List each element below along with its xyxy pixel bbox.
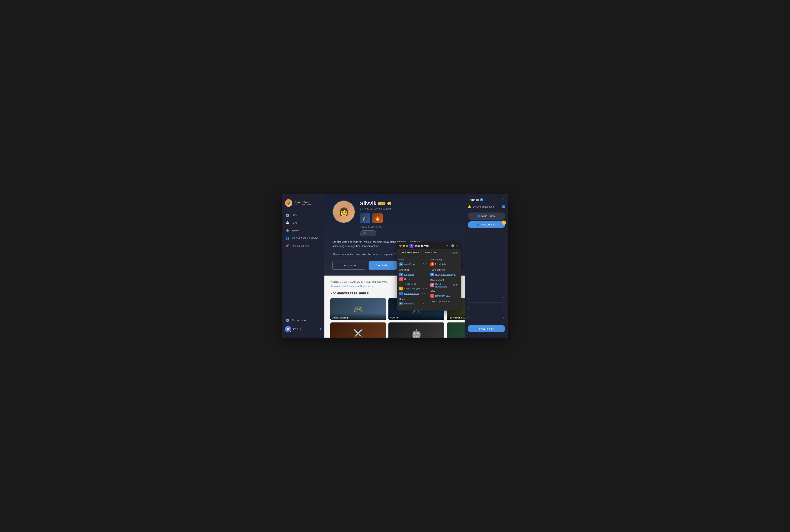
platform-epic[interactable]: F xyxy=(369,230,376,236)
gtm-icon: G xyxy=(430,272,434,276)
analytics-hotjar: H Hotjar xyxy=(399,277,427,281)
section-dots-1[interactable]: ⋮ xyxy=(502,297,505,301)
tab-more-info[interactable]: MORE INFO xyxy=(422,249,442,256)
connect-button[interactable]: Verbinden xyxy=(369,261,397,270)
platform-xbox[interactable]: 🎮 xyxy=(360,230,369,236)
blogs-wordpress: W WordPress 6.3.1 xyxy=(399,302,427,305)
game-card-death-stranding[interactable]: 🎮 Death Stranding xyxy=(330,298,386,320)
styled-link[interactable]: styled-components xyxy=(435,283,451,287)
category-blogs: Blogs W WordPress 6.3.1 xyxy=(399,298,427,305)
new-group-button[interactable]: 👥 Neue Gruppe xyxy=(468,212,505,220)
category-tag-managers: Tag managers G Google Tag Manager xyxy=(430,269,458,276)
logo-icon: 🌳 xyxy=(285,199,292,207)
export-button[interactable]: ⬇ Export xyxy=(447,249,461,256)
user-avatar: D 7 xyxy=(285,326,291,332)
panel-toggle-chevron[interactable]: ‹ xyxy=(461,263,465,269)
nav-settings[interactable]: ⚙️ Einstellungen xyxy=(282,317,324,324)
ga-link[interactable]: Google Analytics xyxy=(404,287,421,290)
wappalyzer-logo: W xyxy=(409,244,413,248)
fb-link[interactable]: Facebook Pixel xyxy=(404,292,419,294)
notifications-label: Benachrichtigungen xyxy=(473,205,500,208)
wappalyzer-title: Wappalyzer xyxy=(415,244,445,247)
wordpress-icon: W xyxy=(399,262,403,266)
game-card-unknown1[interactable]: 🤖 xyxy=(388,322,444,338)
wordpress-link[interactable]: WordPress xyxy=(404,263,415,265)
notifications-badge: 2 xyxy=(502,205,505,208)
skip-button[interactable]: Überspringen xyxy=(332,261,365,270)
nav-memberships[interactable]: 🚀 Mitgliedschaften xyxy=(282,242,324,249)
nav-games[interactable]: 🕹 Spiele xyxy=(282,227,324,234)
dev-styled: S styled-components 5.3.11 xyxy=(430,283,458,287)
seo-rankmath: R RankMath SEO xyxy=(430,294,458,298)
eye-icon[interactable]: 👁 xyxy=(446,244,449,247)
invite-btn-2[interactable]: Invite Friends xyxy=(468,325,505,332)
bell-icon: 🔔 xyxy=(468,205,471,208)
analytics-title: Analytics xyxy=(399,269,427,271)
game-label-valheim: Valheim xyxy=(388,313,444,320)
tab-technologies[interactable]: TECHNOLOGIES xyxy=(397,249,422,256)
hotjar-link[interactable]: Hotjar xyxy=(404,278,410,280)
blogs-title: Blogs xyxy=(399,298,427,300)
maximize-button[interactable] xyxy=(406,245,408,247)
nav-feed[interactable]: 💬 Feed xyxy=(282,219,324,227)
rankmath-link[interactable]: RankMath SEO xyxy=(435,294,450,297)
wappalyzer-tabs: TECHNOLOGIES MORE INFO ⬇ Export xyxy=(397,249,461,256)
analytics-fb: f Facebook Pixel 2.9.162 xyxy=(399,292,427,295)
invite-icon: 👥 xyxy=(477,223,480,226)
category-advertising: Advertising R Reddit Ads xyxy=(430,259,458,266)
nav-lfg[interactable]: ⚙️ LFG xyxy=(282,211,324,219)
memberships-icon: 🚀 xyxy=(286,244,289,247)
seo-title: SEO xyxy=(430,290,458,292)
category-development: Development S styled-components 5.3.11 xyxy=(430,279,458,287)
export-icon: ⬇ xyxy=(449,251,451,254)
user-online-dot xyxy=(320,328,321,330)
profile-emoji: 😊 xyxy=(387,202,391,206)
tag-managers-title: Tag managers xyxy=(430,269,458,271)
current-user[interactable]: D 7 D36u9 xyxy=(282,324,324,335)
browse-icon: 👥 xyxy=(286,236,289,240)
notifications-row[interactable]: 🔔 Benachrichtigungen 2 xyxy=(468,204,505,210)
invite-friends-button[interactable]: 👥 Invite Friends 🪙 xyxy=(468,221,505,228)
games-icon: 🕹 xyxy=(286,229,289,232)
wappalyzer-popup: W Wappalyzer 👁 ⚙️ ✕ TECHNOLOGIES MORE IN… xyxy=(397,242,461,310)
friends-tab-label: Freunde xyxy=(468,198,479,202)
close-button[interactable] xyxy=(399,245,402,247)
nav-browse[interactable]: 👥 Durchsuchen Sie Spieler xyxy=(282,234,324,242)
close-icon[interactable]: ✕ xyxy=(456,244,458,247)
section-dots-2[interactable]: ⋮ xyxy=(502,306,505,310)
panel-options[interactable]: ⋮ xyxy=(502,197,505,202)
profile-name: Silvvik xyxy=(360,201,376,207)
blog-wp-link[interactable]: WordPress xyxy=(404,302,415,305)
logo-tagline: FIND YOUR TRIBE xyxy=(294,204,311,206)
reddit-link[interactable]: Reddit Ads xyxy=(435,263,446,265)
minimize-button[interactable] xyxy=(403,245,405,247)
tiktok-link[interactable]: TikTok Pixel xyxy=(404,283,416,285)
feed-icon: 💬 xyxy=(286,221,289,225)
section-dots-3[interactable]: ⋮ xyxy=(502,315,505,320)
reddit-icon: R xyxy=(430,262,434,266)
tagmanager-gtm: G Google Tag Manager xyxy=(430,272,458,276)
game-card-metin[interactable]: ⚔️ Metin2 xyxy=(330,322,386,338)
tiktok-icon: T xyxy=(399,282,403,286)
advertising-reddit: R Reddit Ads xyxy=(430,262,458,266)
blog-wp-icon: W xyxy=(399,302,403,305)
achievement-badge-1: 🎓 xyxy=(360,213,370,223)
gear-icon[interactable]: ⚙️ xyxy=(451,244,454,247)
coin-badge: 🪙 xyxy=(502,221,506,225)
wappalyzer-content: CMS W WordPress 6.3.1 Analytics A Amplit… xyxy=(397,256,461,310)
sidebar: 🌳 GametTree FIND YOUR TRIBE ⚙️ LFG 💬 Fee… xyxy=(282,194,324,338)
amplitude-icon: A xyxy=(399,272,403,276)
analytics-ga: G Google Analytics GA4 xyxy=(399,287,427,290)
right-panel: ‹ Freunde 1 ⋮ 🔔 Benachrichtigungen 2 👥 N… xyxy=(465,194,508,338)
achievement-badge-2: 🔥 xyxy=(372,213,383,223)
amplitude-link[interactable]: Amplitude xyxy=(404,273,414,276)
category-analytics: Analytics A Amplitude H Hotjar T TikTok … xyxy=(399,269,427,295)
wappalyzer-titlebar: W Wappalyzer 👁 ⚙️ ✕ xyxy=(397,242,461,249)
styled-icon: S xyxy=(430,283,434,287)
gtm-link[interactable]: Google Tag Manager xyxy=(435,273,456,276)
settings-icon: ⚙️ xyxy=(286,319,289,322)
level-badge: LVL1 xyxy=(378,202,385,205)
javascript-title: JavaScript libraries xyxy=(430,300,458,303)
analytics-tiktok: T TikTok Pixel xyxy=(399,282,427,286)
logo-name: GametTree xyxy=(294,201,311,204)
